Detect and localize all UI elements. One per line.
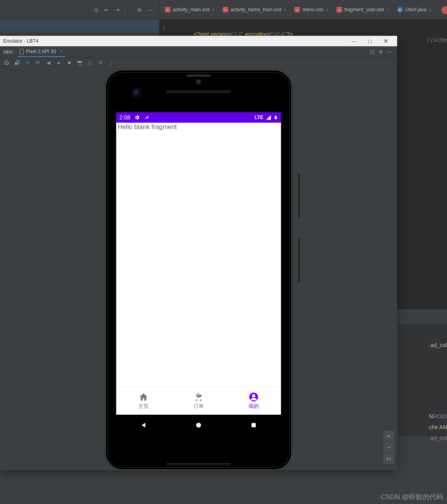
svg-point-3 [252,394,255,397]
phone-top-grill [187,74,211,77]
signal-icon [266,115,271,120]
zoom-reset-button[interactable]: 1:1 [383,453,394,464]
nav-label: 主页 [138,403,149,410]
android-system-nav [116,415,281,436]
xml-file-icon: x [336,7,342,12]
file-tab-activity-home-from[interactable]: x activity_home_from.xml × [219,0,290,19]
indent-left-icon[interactable]: ⇤ [103,6,110,13]
indent-right-icon[interactable]: ⇥ [114,6,120,13]
window-minimize-button[interactable]: — [346,39,362,43]
record-icon[interactable]: 🎥 [87,60,93,66]
close-icon[interactable]: × [60,49,63,54]
nav-label: 我的 [248,403,259,410]
left-panel-header [0,20,159,33]
volume-up-icon[interactable]: 🔊 [14,60,20,66]
device-tab-label: Pixel 2 API 30 [26,49,56,54]
code-fragment: ad_col [429,341,447,349]
rotate-left-icon[interactable]: ⟲ [24,60,31,66]
emulator-label: lator: [3,49,14,55]
svg-point-4 [196,423,201,428]
phone-camera [133,89,141,97]
file-tab-fragment-user[interactable]: x fragment_user.xml × [332,0,393,19]
nav-label: 订单 [193,403,204,410]
gear-icon[interactable]: ⚙ [376,49,385,55]
close-icon[interactable]: × [386,7,389,12]
svg-rect-5 [251,423,256,428]
bottom-navigation: 主页 订单 我的 [116,387,281,415]
emulator-window: Emulator - LBT4 — ▢ ✕ lator: Pixel 2 API… [0,36,397,470]
ide-top-bar: ◎ ⇤ ⇥ ⚙ — x activity_main.xml × x activi… [0,0,447,20]
sys-home-icon[interactable] [195,422,202,429]
java-file-icon: C [397,7,403,12]
emulator-titlebar[interactable]: Emulator - LBT4 — ▢ ✕ [0,36,397,46]
zoom-in-button[interactable]: + [383,430,394,442]
phone-bottom-grill [166,463,231,465]
phone-side-button [297,239,299,283]
xml-file-icon: x [294,7,300,12]
file-tab-menu[interactable]: x menu.xml × [290,0,332,19]
phone-side-button [297,173,299,218]
back-icon[interactable]: ◀ [45,60,51,66]
home-icon[interactable]: ● [55,60,62,66]
error-indicator-icon[interactable] [441,6,447,14]
window-mode-icon[interactable]: ◳ [367,49,376,55]
phone-device: 2:08 LTE Hello blank fragment [100,69,297,471]
separator [125,5,131,14]
code-fragment-right: //sche [426,37,447,43]
emulator-canvas: 2:08 LTE Hello blank fragment [0,69,397,470]
file-tab-label: activity_home_from.xml [231,7,281,12]
xml-file-icon: x [165,7,170,12]
power-icon[interactable]: ⏻ [3,60,10,66]
cart-icon [194,392,203,402]
file-tab-label: UtioY.java [405,7,426,12]
emulator-title: Emulator - LBT4 [3,38,38,44]
no-signal-icon [144,115,150,120]
close-icon[interactable]: × [429,7,431,12]
phone-body: 2:08 LTE Hello blank fragment [105,70,292,470]
home-icon [139,392,148,402]
fragment-text: Hello blank fragment [118,123,177,130]
phone-notch [197,80,200,83]
device-tab[interactable]: Pixel 2 API 30 × [17,46,66,57]
ide-top-left-tools: ◎ ⇤ ⇥ ⚙ — [0,0,159,19]
phone-icon [20,49,24,54]
sys-back-icon[interactable] [140,422,147,429]
phone-speaker [166,91,231,93]
target-icon[interactable]: ◎ [93,6,99,13]
watermark: CSDN @听歌的代码 [381,492,443,502]
file-tab-activity-main[interactable]: x activity_main.xml × [161,0,219,19]
screenshot-icon[interactable]: 📷 [76,60,83,66]
emulator-toolbar: ⏻ 🔊 ⟲ ⟳ ◀ ● ■ 📷 🎥 ↺ ⋮ [0,58,397,68]
person-icon [249,392,258,402]
battery-icon [274,115,278,120]
code-fragment: ad_col [429,434,447,442]
overview-icon[interactable]: ■ [66,60,72,66]
code-fragment: NROID [427,412,447,420]
close-icon[interactable]: × [212,7,214,12]
rotate-right-icon[interactable]: ⟳ [35,60,41,66]
app-content[interactable]: Hello blank fragment [116,123,281,387]
nav-item-home[interactable]: 主页 [116,387,171,415]
history-icon[interactable]: ↺ [97,60,104,66]
close-icon[interactable]: × [284,7,286,12]
svg-rect-1 [275,115,277,116]
window-close-button[interactable]: ✕ [378,38,394,44]
zoom-control: + − 1:1 [383,430,395,465]
window-maximize-button[interactable]: ▢ [362,39,378,44]
nav-item-profile[interactable]: 我的 [226,387,281,415]
minimize-icon[interactable]: — [147,6,153,13]
svg-rect-0 [275,116,277,119]
close-icon[interactable]: × [326,7,328,12]
more-icon[interactable]: ⋮ [108,60,114,66]
sys-overview-icon[interactable] [250,422,257,429]
file-tab-utioy-java[interactable]: C UtioY.java × [393,0,436,19]
file-tab-label: fragment_user.xml [344,7,384,12]
status-time: 2:08 [119,114,130,121]
zoom-out-button[interactable]: − [383,442,394,453]
xml-file-icon: x [223,7,228,12]
gear-icon [134,115,140,120]
gear-icon[interactable]: ⚙ [136,6,143,13]
nav-item-orders[interactable]: 订单 [171,387,226,415]
minimize-icon[interactable]: — [385,49,394,55]
file-tab-label: menu.xml [302,7,323,12]
